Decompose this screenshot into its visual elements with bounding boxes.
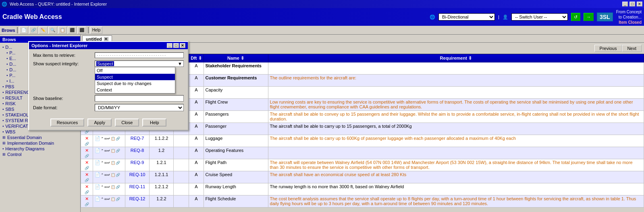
page-icon[interactable]: 📋	[111, 173, 115, 177]
link-icon[interactable]: 🔗	[85, 166, 89, 170]
option-suspect-changes[interactable]: Suspect due to my changes	[95, 80, 175, 87]
toolbar-btn-6[interactable]: ⬛	[68, 27, 77, 34]
forward-button[interactable]: →	[584, 13, 594, 21]
col-header-requirement[interactable]: Requirement ⇕	[268, 54, 644, 62]
link-icon[interactable]: 🔗	[85, 190, 89, 194]
page-icon[interactable]: 📋	[111, 197, 115, 201]
page-icon[interactable]: 📋	[111, 161, 115, 165]
link2-icon[interactable]: 🔗	[116, 173, 120, 177]
link-icon[interactable]: 🔗	[85, 154, 89, 158]
inf-icon[interactable]: ∞	[104, 137, 107, 141]
arrow-icon[interactable]: ↵	[107, 197, 110, 201]
title-bar-controls[interactable]: _ □ ✕	[622, 2, 642, 6]
row-dft: A	[189, 195, 204, 208]
doc-icon[interactable]: 📄	[95, 172, 100, 177]
max-items-label: Max items to retrieve:	[33, 53, 91, 58]
page-icon[interactable]: 📋	[111, 137, 115, 141]
doc-icon[interactable]: 📄	[95, 148, 100, 153]
suspect-dropdown-trigger[interactable]: Suspect ▼	[95, 60, 184, 67]
minimize-button[interactable]: _	[622, 2, 628, 6]
max-items-input[interactable]	[95, 52, 184, 58]
sidebar-item-essential[interactable]: ⊞Essential Domain	[0, 135, 80, 140]
row-icons-cell: 📄 ⌃ ∞ ↵ 📋 🔗	[93, 159, 125, 171]
date-format-select[interactable]: DD/MM/YY MM/DD/YY YY/MM/DD	[95, 104, 184, 111]
refresh-button[interactable]: ↺	[571, 13, 580, 21]
dialog-minimize-button[interactable]: _	[167, 43, 172, 48]
delete-icon[interactable]: ✕	[85, 148, 89, 153]
maximize-button[interactable]: □	[629, 2, 635, 6]
toolbar-btn-5[interactable]: 📋	[58, 27, 67, 34]
toolbar-btn-4[interactable]: 🔍	[48, 27, 57, 34]
show-baseline-input[interactable]	[95, 95, 184, 102]
type-icon[interactable]: ⌃	[101, 185, 104, 189]
row-key: 1.2.1.2	[150, 183, 174, 195]
dialog-body: Max items to retrieve: Show suspect inte…	[29, 49, 188, 117]
arrow-icon[interactable]: ↵	[107, 137, 110, 141]
page-icon[interactable]: 📋	[111, 149, 115, 153]
link-icon[interactable]: 🔗	[85, 202, 89, 206]
row-icon-group: 📄 ⌃ ∞ ↵ 📋 🔗	[95, 136, 123, 141]
close-button[interactable]: ✕	[637, 2, 642, 6]
type-icon[interactable]: ⌃	[101, 137, 104, 141]
row-name: Customer Requirements	[204, 75, 268, 87]
link-icon[interactable]: 🔗	[85, 142, 89, 146]
option-context[interactable]: Context	[95, 87, 175, 93]
option-suspect[interactable]: Suspect	[95, 74, 175, 80]
show-suspect-control: Suspect ▼ Off Suspect Suspect due to my …	[95, 60, 184, 67]
inf-icon[interactable]: ∞	[104, 197, 107, 201]
apply-button[interactable]: Apply	[87, 118, 112, 127]
link2-icon[interactable]: 🔗	[116, 161, 120, 165]
dialog-restore-button[interactable]: □	[173, 43, 179, 48]
type-icon[interactable]: ⌃	[101, 197, 104, 201]
switch-user-select[interactable]: -- Switch User --	[511, 13, 568, 21]
doc-icon[interactable]: 📄	[95, 136, 100, 141]
inf-icon[interactable]: ∞	[104, 173, 107, 177]
inf-icon[interactable]: ∞	[104, 149, 107, 153]
doc-icon[interactable]: 📄	[95, 160, 100, 165]
delete-icon[interactable]: ✕	[85, 196, 89, 201]
dialog-close-button[interactable]: ✕	[180, 43, 185, 48]
type-icon[interactable]: ⌃	[101, 149, 104, 153]
delete-icon[interactable]: ✕	[85, 136, 89, 141]
next-button[interactable]: Next	[622, 45, 642, 52]
previous-button[interactable]: Previous	[594, 45, 622, 52]
sidebar-item-control[interactable]: ⊞Control	[0, 152, 80, 157]
toolbar-btn-7[interactable]: ⬛	[77, 27, 86, 34]
sidebar-item-hierarchy[interactable]: ▪Hierarchy Diagrams	[0, 146, 80, 152]
link2-icon[interactable]: 🔗	[116, 185, 120, 189]
type-icon[interactable]: ⌃	[101, 161, 104, 165]
col-header-dft[interactable]: Dft ⇕	[189, 54, 204, 62]
arrow-icon[interactable]: ↵	[107, 161, 110, 165]
link2-icon[interactable]: 🔗	[116, 197, 120, 201]
type-icon[interactable]: ⌃	[101, 173, 104, 177]
direction-select[interactable]: Bi-Directional	[438, 13, 495, 21]
page-icon[interactable]: 📋	[111, 185, 115, 189]
doc-icon[interactable]: 📄	[95, 196, 100, 202]
sidebar-item-implementation[interactable]: ⊞Implementation Domain	[0, 140, 80, 146]
arrow-icon[interactable]: ↵	[107, 173, 110, 177]
row-name: Runway Length	[204, 183, 268, 195]
option-off[interactable]: Off	[95, 67, 175, 74]
row-name: Stakeholder Requirements	[204, 62, 268, 75]
delete-icon[interactable]: ✕	[85, 160, 89, 165]
row-dft: A	[189, 62, 204, 75]
dialog-close-btn[interactable]: Close	[115, 118, 139, 127]
arrow-icon[interactable]: ↵	[107, 149, 110, 153]
link2-icon[interactable]: 🔗	[116, 137, 120, 141]
arrow-icon[interactable]: ↵	[107, 185, 110, 189]
row-requirement	[268, 62, 644, 75]
resources-button[interactable]: Resources	[50, 118, 85, 127]
doc-icon[interactable]: 📄	[95, 184, 100, 189]
delete-icon[interactable]: ✕	[85, 184, 89, 189]
toolbar-btn-1[interactable]: 📄	[19, 27, 28, 34]
delete-icon[interactable]: ✕	[85, 172, 89, 177]
inf-icon[interactable]: ∞	[104, 161, 107, 165]
toolbar-btn-3[interactable]: ✏️	[39, 27, 48, 34]
help-button[interactable]: Help	[90, 27, 103, 34]
dialog-help-btn[interactable]: Help	[142, 118, 166, 127]
link2-icon[interactable]: 🔗	[116, 149, 120, 153]
link-icon[interactable]: 🔗	[85, 178, 89, 182]
toolbar-btn-2[interactable]: 🔗	[29, 27, 38, 34]
col-header-name[interactable]: Name ⇕	[204, 54, 268, 62]
inf-icon[interactable]: ∞	[104, 185, 107, 189]
